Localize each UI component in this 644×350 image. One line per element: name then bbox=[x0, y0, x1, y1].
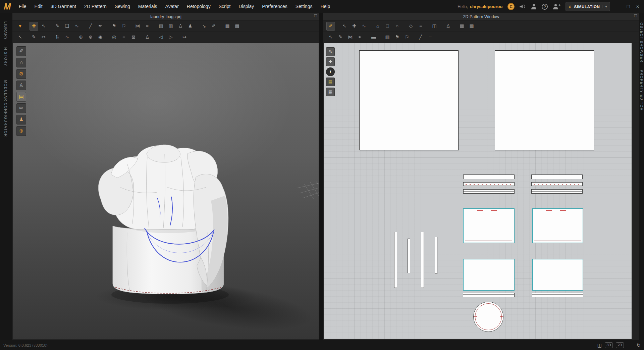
pen-3d-tool[interactable]: ✒ bbox=[96, 22, 105, 31]
curve-edit-tool[interactable]: ∿ bbox=[72, 22, 81, 31]
tab-library[interactable]: LIBRARY bbox=[4, 21, 8, 40]
tab-property-editor[interactable]: PROPERTY EDITOR bbox=[640, 70, 644, 111]
edit-curvature-tool[interactable]: ∿ bbox=[360, 22, 368, 31]
pattern-canvas[interactable]: ✎✚i▤▦ bbox=[324, 43, 632, 339]
close-button[interactable]: ✕ bbox=[636, 4, 639, 9]
pattern-piece-top-band-right[interactable] bbox=[531, 174, 583, 179]
pattern-piece-strap-2[interactable] bbox=[408, 239, 410, 273]
polygon-tool[interactable]: ⌂ bbox=[373, 22, 382, 31]
pattern-piece-drawstring-casing-left[interactable] bbox=[463, 182, 515, 186]
minimize-button[interactable]: – bbox=[619, 4, 621, 9]
pen-2d-icon[interactable]: ✎ bbox=[326, 47, 335, 56]
flatten-left-tool[interactable]: ◁ bbox=[157, 33, 165, 42]
pattern-piece-top-band-left[interactable] bbox=[463, 174, 515, 179]
free-sewing-tool[interactable]: ≈ bbox=[143, 22, 152, 31]
pattern-piece-lower-body-right[interactable] bbox=[532, 259, 583, 291]
pin-box-tool[interactable]: ❏ bbox=[63, 22, 71, 31]
quad-mesh-tool[interactable]: ▩ bbox=[233, 22, 241, 31]
dart-tool[interactable]: ◇ bbox=[407, 22, 415, 31]
iron-press-tool[interactable]: ▬ bbox=[369, 33, 378, 42]
sync-view-button[interactable]: ↻ bbox=[636, 342, 641, 348]
globe-icon[interactable]: ⊕ bbox=[16, 126, 26, 136]
maximize-button[interactable]: ❐ bbox=[627, 4, 630, 9]
avatar-size-tool[interactable]: ♟ bbox=[186, 22, 195, 31]
edit-sewing-tool[interactable]: ✎ bbox=[336, 33, 345, 42]
menu-script[interactable]: Script bbox=[215, 0, 235, 13]
menu-preferences[interactable]: Preferences bbox=[258, 0, 291, 13]
pattern-piece-hem-band-left[interactable] bbox=[463, 293, 515, 297]
view-2d-toggle[interactable]: 2D bbox=[616, 342, 624, 348]
tab-modular-configurator[interactable]: MODULAR CONFIGURATOR bbox=[4, 80, 8, 137]
edit-pattern-tool[interactable]: ↖ bbox=[340, 22, 349, 31]
fold-arrangement-tool[interactable]: ⇅ bbox=[53, 33, 62, 42]
float-window-icon[interactable]: ❐ bbox=[314, 14, 317, 18]
select-move-tool[interactable]: ↖ bbox=[39, 22, 48, 31]
folder-icon[interactable]: ▤ bbox=[16, 92, 26, 102]
align-snap-tool[interactable]: ↦ bbox=[180, 33, 189, 42]
remove-pin-tool[interactable]: ⚐ bbox=[119, 22, 128, 31]
pattern-piece-strap-3[interactable] bbox=[421, 232, 424, 288]
pin-tool[interactable]: ⚑ bbox=[110, 22, 118, 31]
menu-3d-garment[interactable]: 3D Garment bbox=[47, 0, 80, 13]
fabric-swatch-icon[interactable]: ▦ bbox=[326, 88, 335, 96]
circle-tool[interactable]: ○ bbox=[393, 22, 401, 31]
menu-edit[interactable]: Edit bbox=[31, 0, 47, 13]
grid-mesh-tool[interactable]: ▦ bbox=[223, 22, 232, 31]
menu-2d-pattern[interactable]: 2D Pattern bbox=[80, 0, 111, 13]
laundry-bag-3d-model[interactable] bbox=[13, 43, 319, 339]
avatar-skin-icon[interactable]: ♟ bbox=[16, 115, 26, 124]
internal-line-tool[interactable]: ╱ bbox=[416, 33, 425, 42]
pattern-piece-binding-strip-left[interactable] bbox=[463, 189, 515, 194]
simulation-button[interactable]: » SIMULATION ▾ bbox=[566, 2, 610, 11]
view-3d-toggle[interactable]: 3D bbox=[605, 342, 613, 348]
viewport-3d[interactable]: ✐⌂⚙♙▤✑♟⊕ bbox=[13, 43, 319, 339]
segment-sew-2d-tool[interactable]: ⋈ bbox=[346, 33, 355, 42]
needle-2d-icon[interactable]: ✚ bbox=[326, 57, 335, 66]
pleats-tool[interactable]: ≡ bbox=[416, 22, 425, 31]
free-sew-2d-tool[interactable]: ≈ bbox=[356, 33, 364, 42]
garment-fit-tool[interactable]: ▥ bbox=[166, 22, 175, 31]
fold-curvature-tool[interactable]: ∿ bbox=[63, 33, 71, 42]
pattern-piece-strap-4[interactable] bbox=[435, 237, 437, 274]
buttonhole-tool[interactable]: ◎ bbox=[110, 33, 118, 42]
menu-materials[interactable]: Materials bbox=[134, 0, 161, 13]
garment-library-icon[interactable]: ⌂ bbox=[16, 58, 26, 67]
transform-pattern-tool[interactable]: ✐ bbox=[326, 22, 335, 31]
edit-pin-tool[interactable]: ✎ bbox=[53, 22, 62, 31]
pattern-piece-drawstring-casing-right[interactable] bbox=[531, 182, 583, 186]
mesh-2d-tool[interactable]: ▩ bbox=[467, 22, 476, 31]
retopo-pen-tool[interactable]: ✎ bbox=[30, 33, 38, 42]
invite-friend-icon[interactable]: + bbox=[553, 4, 558, 9]
menu-retopology[interactable]: Retopology bbox=[183, 0, 215, 13]
lock-piece-tool[interactable]: ⊠ bbox=[129, 33, 138, 42]
retopo-cut-tool[interactable]: ✂ bbox=[39, 33, 48, 42]
trace-tool[interactable]: ◫ bbox=[430, 22, 439, 31]
shirring-tool[interactable]: ▥ bbox=[383, 33, 392, 42]
move-gizmo-tool[interactable]: ✚ bbox=[30, 22, 38, 31]
pin-2d-tool[interactable]: ⚑ bbox=[393, 33, 401, 42]
coin-balance-icon[interactable]: C bbox=[507, 3, 515, 10]
rectangle-tool[interactable]: □ bbox=[383, 22, 392, 31]
tack-on-avatar-tool[interactable]: ⊗ bbox=[86, 33, 95, 42]
username-label[interactable]: chrysakipourou bbox=[470, 4, 503, 9]
add-point-tool[interactable]: ✚ bbox=[350, 22, 359, 31]
avatar-pose-icon[interactable]: ♙ bbox=[16, 81, 26, 90]
menu-help[interactable]: Help bbox=[316, 0, 334, 13]
transform-sewing-tool[interactable]: ↖ bbox=[326, 33, 335, 42]
zipper-tool[interactable]: ≡ bbox=[119, 33, 128, 42]
line-tack-tool[interactable]: ╱ bbox=[86, 22, 95, 31]
help-icon[interactable]: ? bbox=[542, 4, 548, 10]
flatten-right-tool[interactable]: ▷ bbox=[166, 33, 175, 42]
pattern-piece-upper-body-right[interactable] bbox=[532, 208, 583, 243]
texture-roller-icon[interactable]: ✑ bbox=[16, 103, 26, 113]
edit-measure-tool[interactable]: ✐ bbox=[209, 22, 218, 31]
menu-file[interactable]: File bbox=[15, 0, 31, 13]
account-icon[interactable] bbox=[531, 4, 537, 9]
avatar-display-tool[interactable]: ♙ bbox=[176, 22, 185, 31]
simulation-dropdown-caret[interactable]: ▾ bbox=[602, 5, 607, 8]
pattern-piece-binding-strip-right[interactable] bbox=[531, 189, 583, 194]
pattern-piece-upper-body-left[interactable] bbox=[463, 208, 515, 243]
tab-object-browser[interactable]: OBJECT BROWSER bbox=[640, 22, 644, 62]
menu-sewing[interactable]: Sewing bbox=[111, 0, 134, 13]
pattern-piece-base-circle[interactable] bbox=[473, 302, 503, 332]
